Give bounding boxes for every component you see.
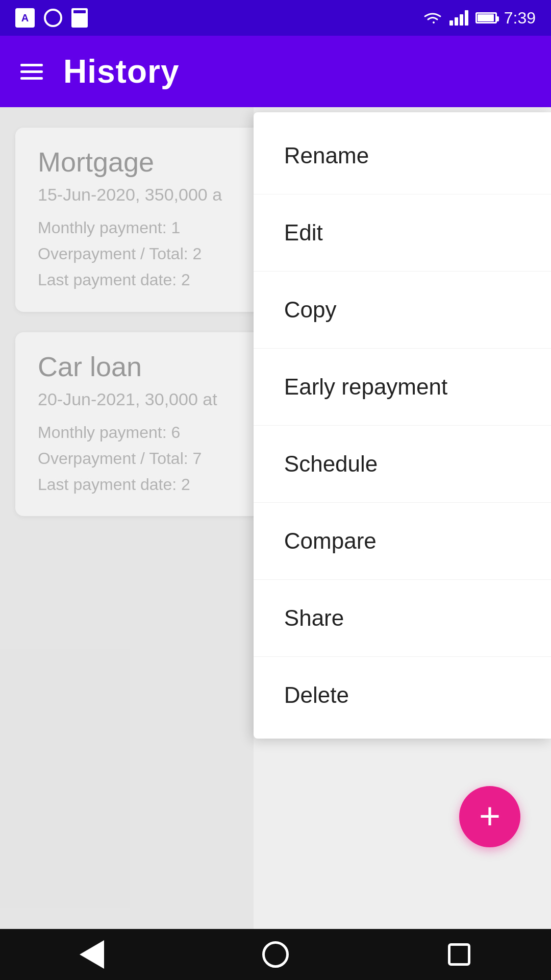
status-bar-left: A	[15, 8, 88, 28]
menu-item-share[interactable]: Share	[254, 580, 551, 657]
recent-icon	[448, 943, 470, 966]
nav-bar	[0, 929, 551, 980]
main-content: Mortgage 15-Jun-2020, 350,000 a Monthly …	[0, 107, 551, 929]
page-title: History	[63, 53, 180, 90]
home-icon	[262, 941, 289, 968]
home-button[interactable]	[260, 939, 291, 970]
status-bar: A 7:39	[0, 0, 551, 36]
signal-icon	[449, 10, 468, 26]
battery-icon	[475, 12, 497, 23]
recent-button[interactable]	[444, 939, 474, 970]
menu-item-delete[interactable]: Delete	[254, 657, 551, 733]
status-bar-right: 7:39	[423, 9, 536, 28]
overlay	[0, 107, 254, 929]
menu-item-early-repayment[interactable]: Early repayment	[254, 349, 551, 426]
circle-icon	[44, 9, 62, 27]
menu-item-copy[interactable]: Copy	[254, 272, 551, 349]
status-time: 7:39	[504, 9, 536, 28]
wifi-icon	[423, 10, 442, 26]
menu-button[interactable]	[20, 64, 43, 80]
a-icon: A	[15, 8, 35, 28]
card-icon	[71, 8, 88, 28]
back-button[interactable]	[77, 939, 107, 970]
add-icon: +	[479, 797, 500, 834]
back-icon	[80, 940, 104, 969]
menu-item-compare[interactable]: Compare	[254, 503, 551, 580]
app-bar: History	[0, 36, 551, 107]
add-button[interactable]: +	[459, 786, 520, 847]
menu-item-rename[interactable]: Rename	[254, 117, 551, 194]
menu-item-edit[interactable]: Edit	[254, 194, 551, 272]
menu-item-schedule[interactable]: Schedule	[254, 426, 551, 503]
context-menu: RenameEditCopyEarly repaymentScheduleCom…	[254, 112, 551, 739]
